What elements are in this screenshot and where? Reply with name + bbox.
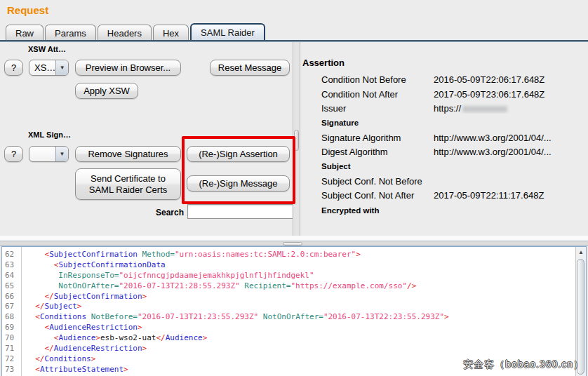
redacted-blur [462, 106, 507, 112]
assertion-data-row: Subject Conf. Not After2017-05-09T22:11:… [300, 189, 588, 203]
request-panel: Request RawParamsHeadersHexSAML Raider X… [0, 0, 588, 376]
tab-saml-raider[interactable]: SAML Raider [190, 23, 265, 41]
tab-headers[interactable]: Headers [98, 25, 152, 41]
line-number: 72 [2, 354, 22, 363]
vertical-scrollbar[interactable]: ▲ [575, 247, 586, 376]
splitter-grip [283, 242, 302, 246]
assertion-rows: Condition Not Before2016-05-09T22:06:17.… [300, 72, 588, 217]
assertion-subheader-row: Subject [300, 159, 588, 174]
xml-code-text: <SubjectConfirmationData [22, 260, 166, 269]
assertion-panel-title: Assertion [302, 58, 345, 68]
line-number: 70 [2, 333, 22, 342]
xml-line: 68 <Conditions NotBefore="2016-07-13T21:… [2, 311, 575, 322]
xml-line: 67 </Subject> [2, 301, 575, 311]
assertion-row-label: Signature Algorithm [321, 133, 434, 143]
certificate-dropdown[interactable]: ▼ [29, 146, 69, 162]
resign-assertion-button[interactable]: (Re-)Sign Assertion [187, 146, 290, 162]
page-title: Request [7, 4, 48, 16]
xml-code-text: <AttributeStatement> [22, 365, 128, 374]
splitter-grip [294, 130, 299, 151]
line-number: 71 [2, 344, 22, 353]
assertion-row-value: http://www.w3.org/2001/04/... [434, 147, 588, 157]
xsw-help-button[interactable]: ? [4, 60, 23, 76]
assertion-row-label: Signature [321, 119, 434, 127]
assertion-row-label: Encrypted with [321, 206, 434, 215]
xsw-attack-dropdown-value: XS… [29, 60, 55, 75]
line-number: 68 [2, 312, 22, 321]
assertion-row-value: http://www.w3.org/2001/04/... [434, 133, 588, 143]
search-input[interactable] [187, 204, 293, 219]
xml-line: 66 </SubjectConfirmation> [2, 291, 575, 302]
tab-params[interactable]: Params [45, 25, 96, 41]
xml-code-text: <Conditions NotBefore="2016-07-13T21:23:… [22, 312, 449, 321]
assertion-row-value: 2016-05-09T22:06:17.648Z [434, 74, 588, 85]
send-certificate-button[interactable]: Send Certificate to SAML Raider Certs [75, 168, 181, 200]
remove-signatures-button[interactable]: Remove Signatures [75, 146, 181, 162]
assertion-row-value: 2017-05-09T22:11:17.648Z [434, 190, 588, 201]
scroll-up-arrow-icon[interactable]: ▲ [576, 247, 586, 257]
watermark: 安全客（bobao.360.cn） [463, 358, 584, 371]
xml-lines: 62 <SubjectConfirmation Method="urn:oasi… [2, 249, 575, 375]
xml-code-text: NotOnOrAfter="2016-07-13T21:28:55.293Z" … [22, 281, 416, 290]
assertion-row-label: Condition Not Before [321, 74, 434, 85]
tab-hex[interactable]: Hex [153, 25, 189, 41]
assertion-subheader-row: Encrypted with [300, 203, 588, 217]
xml-code-text: </Conditions> [22, 354, 95, 363]
reset-message-button[interactable]: Reset Message [210, 60, 290, 76]
line-number: 66 [2, 292, 22, 301]
xsw-attack-dropdown[interactable]: XS… ▼ [29, 60, 69, 76]
xml-line: 63 <SubjectConfirmationData [2, 260, 575, 270]
xml-line: 65 NotOnOrAfter="2016-07-13T21:28:55.293… [2, 281, 575, 291]
xml-code-text: </Subject> [22, 302, 81, 311]
assertion-row-label: Condition Not After [321, 89, 434, 100]
xml-line: 62 <SubjectConfirmation Method="urn:oasi… [2, 249, 575, 260]
assertion-row-label: Issuer [321, 103, 434, 114]
panel-bottom-strip [0, 236, 588, 241]
assertion-row-label: Subject [321, 162, 434, 170]
line-number: 65 [2, 281, 22, 290]
line-number: 64 [2, 271, 22, 280]
assertion-data-row: Condition Not After2017-05-09T23:06:17.6… [300, 87, 588, 102]
chevron-down-icon: ▼ [55, 147, 68, 161]
preview-in-browser-button[interactable]: Preview in Browser... [75, 60, 181, 76]
xml-line: 71 </AudienceRestriction> [2, 343, 575, 354]
assertion-subheader-row: Signature [300, 116, 588, 130]
assertion-row-label: Subject Conf. Not Before [321, 176, 434, 187]
assertion-data-row: Signature Algorithmhttp://www.w3.org/200… [300, 130, 588, 145]
tab-raw[interactable]: Raw [6, 25, 44, 41]
xml-code-text: <SubjectConfirmation Method="urn:oasis:n… [22, 250, 361, 259]
xml-message-editor[interactable]: 62 <SubjectConfirmation Method="urn:oasi… [1, 246, 587, 376]
assertion-data-row: Digest Algorithmhttp://www.w3.org/2001/0… [300, 145, 588, 159]
search-label: Search [135, 208, 184, 217]
chevron-down-icon: ▼ [55, 60, 68, 75]
resign-message-button[interactable]: (Re-)Sign Message [187, 175, 290, 192]
line-number: 67 [2, 302, 22, 311]
xml-code-text: <Audience>esb-wso2-uat</Audience> [22, 333, 207, 342]
line-number: 73 [2, 365, 22, 374]
xml-code-text: InResponseTo="oijcfnncgjpdaamejemakhkpjg… [22, 271, 314, 280]
assertion-row-label: Subject Conf. Not After [321, 190, 434, 201]
xml-line: 64 InResponseTo="oijcfnncgjpdaamejemakhk… [2, 270, 575, 281]
xml-signature-section-label: XML Sign… [28, 130, 71, 139]
line-number: 62 [2, 250, 22, 259]
xml-line: 70 <Audience>esb-wso2-uat</Audience> [2, 333, 575, 343]
vertical-splitter[interactable] [293, 42, 300, 241]
assertion-row-value: 2017-05-09T23:06:17.648Z [434, 89, 588, 100]
xml-signature-help-button[interactable]: ? [4, 146, 23, 162]
line-number: 69 [2, 323, 22, 332]
horizontal-splitter[interactable] [0, 241, 588, 246]
scrollbar-thumb[interactable] [577, 259, 584, 375]
assertion-row-label: Digest Algorithm [321, 147, 434, 157]
assertion-data-row: Condition Not Before2016-05-09T22:06:17.… [300, 72, 588, 87]
xml-code-text: <AudienceRestriction> [22, 323, 142, 332]
assertion-row-value: https:// [434, 103, 588, 114]
assertion-data-row: Issuerhttps:// [300, 101, 588, 116]
line-number: 63 [2, 260, 22, 269]
assertion-data-row: Subject Conf. Not Before [300, 174, 588, 189]
xml-line: 69 <AudienceRestriction> [2, 322, 575, 333]
tab-bar: RawParamsHeadersHexSAML Raider [6, 23, 265, 41]
xml-code-text: </SubjectConfirmation> [22, 292, 147, 301]
xml-code-text: </AudienceRestriction> [22, 344, 147, 353]
xsw-section-label: XSW Att… [28, 45, 66, 53]
apply-xsw-button[interactable]: Apply XSW [75, 83, 138, 99]
